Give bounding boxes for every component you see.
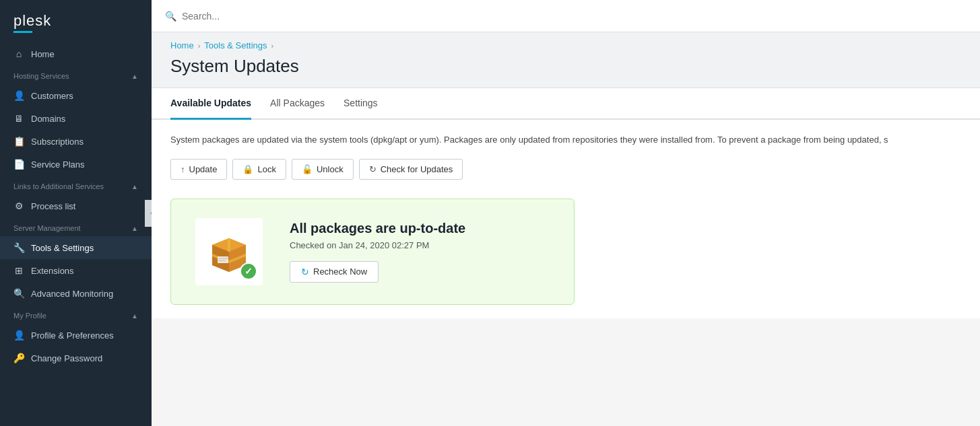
sidebar-section-my-profile[interactable]: My Profile ▲ (0, 305, 152, 324)
sidebar-item-domains[interactable]: 🖥 Domains (0, 107, 152, 130)
recheck-button[interactable]: ↻ Recheck Now (290, 261, 379, 283)
check-updates-button[interactable]: ↻ Check for Updates (359, 159, 463, 180)
sidebar-section-hosting-services[interactable]: Hosting Services ▲ (0, 65, 152, 84)
page-title: System Updates (170, 56, 961, 77)
sidebar-item-change-password[interactable]: 🔑 Change Password (0, 347, 152, 369)
sidebar-item-subscriptions-label: Subscriptions (31, 137, 84, 147)
recheck-icon: ↻ (301, 267, 309, 277)
unlock-button[interactable]: 🔓 Unlock (292, 159, 354, 180)
breadcrumb: Home › Tools & Settings › (170, 40, 961, 50)
update-icon: ↑ (181, 164, 185, 174)
content-area: Home › Tools & Settings › System Updates… (152, 32, 980, 426)
sidebar-section-server-management[interactable]: Server Management ▲ (0, 217, 152, 236)
breadcrumb-sep-1: › (198, 42, 201, 50)
advanced-monitoring-icon: 🔍 (13, 288, 24, 299)
check-updates-icon: ↻ (369, 164, 377, 174)
change-password-icon: 🔑 (13, 353, 24, 363)
status-info: All packages are up-to-date Checked on J… (290, 221, 550, 283)
chevron-up-icon: ▲ (131, 73, 138, 80)
sidebar-item-service-plans-label: Service Plans (31, 159, 84, 170)
sidebar-item-subscriptions[interactable]: 📋 Subscriptions (0, 130, 152, 153)
main-area: 🔍 Home › Tools & Settings › System Updat… (152, 0, 980, 426)
tab-all-packages[interactable]: All Packages (270, 88, 325, 120)
chevron-up-icon-server: ▲ (131, 225, 138, 232)
chevron-up-icon-profile: ▲ (131, 312, 138, 320)
sidebar-item-tools-settings[interactable]: 🔧 Tools & Settings (0, 236, 152, 259)
svg-marker-5 (228, 238, 230, 252)
breadcrumb-home[interactable]: Home (170, 40, 194, 50)
check-overlay: ✓ (240, 262, 257, 280)
lock-icon: 🔒 (242, 164, 253, 174)
chevron-up-icon-links: ▲ (131, 183, 138, 190)
sidebar-item-profile-preferences[interactable]: 👤 Profile & Preferences (0, 324, 152, 347)
sidebar-item-customers-label: Customers (31, 91, 73, 101)
tabs-bar: Available Updates All Packages Settings (152, 88, 980, 120)
topbar: 🔍 (152, 0, 980, 32)
status-subtitle: Checked on Jan 24, 2020 02:27 PM (290, 240, 550, 250)
sidebar-item-process-list[interactable]: ⚙ Process list (0, 194, 152, 217)
sidebar: plesk ⌂ Home Hosting Services ▲ 👤 Custom… (0, 0, 152, 426)
sidebar-item-home[interactable]: ⌂ Home (0, 42, 152, 65)
unlock-icon: 🔓 (302, 164, 313, 174)
sidebar-collapse-handle[interactable]: ‹ (145, 200, 152, 227)
profile-preferences-icon: 👤 (13, 330, 24, 341)
customers-icon: 👤 (13, 90, 24, 101)
sidebar-item-extensions[interactable]: ⊞ Extensions (0, 259, 152, 282)
home-icon: ⌂ (13, 48, 24, 59)
logo-area: plesk (0, 0, 152, 42)
status-card: ✓ All packages are up-to-date Checked on… (170, 199, 575, 305)
info-text: System packages are updated via the syst… (170, 133, 961, 147)
sidebar-section-links[interactable]: Links to Additional Services ▲ (0, 176, 152, 194)
search-input[interactable] (182, 11, 384, 22)
sidebar-item-customers[interactable]: 👤 Customers (0, 84, 152, 107)
sidebar-item-change-password-label: Change Password (31, 353, 102, 363)
page-header: Home › Tools & Settings › System Updates (152, 32, 980, 88)
package-icon-wrap: ✓ (195, 218, 263, 285)
sidebar-item-service-plans[interactable]: 📄 Service Plans (0, 153, 152, 176)
page-content: System packages are updated via the syst… (152, 120, 980, 318)
tab-settings[interactable]: Settings (344, 88, 378, 120)
lock-button[interactable]: 🔒 Lock (232, 159, 286, 180)
sidebar-item-home-label: Home (31, 49, 55, 59)
domains-icon: 🖥 (13, 113, 24, 124)
logo-text: plesk (13, 12, 51, 30)
sidebar-item-process-list-label: Process list (31, 201, 75, 211)
breadcrumb-tools-settings[interactable]: Tools & Settings (204, 40, 267, 50)
sidebar-item-profile-preferences-label: Profile & Preferences (31, 330, 114, 341)
sidebar-item-advanced-monitoring[interactable]: 🔍 Advanced Monitoring (0, 282, 152, 305)
tools-settings-icon: 🔧 (13, 242, 24, 253)
svg-rect-6 (218, 256, 228, 263)
sidebar-item-advanced-monitoring-label: Advanced Monitoring (31, 289, 113, 299)
subscriptions-icon: 📋 (13, 136, 24, 147)
logo-bar (13, 31, 32, 33)
tab-available-updates[interactable]: Available Updates (170, 88, 251, 120)
process-list-icon: ⚙ (13, 201, 24, 211)
action-buttons: ↑ Update 🔒 Lock 🔓 Unlock ↻ Check for Upd… (170, 159, 961, 180)
sidebar-item-tools-settings-label: Tools & Settings (31, 243, 94, 253)
search-icon: 🔍 (165, 11, 176, 22)
breadcrumb-sep-2: › (271, 42, 274, 50)
service-plans-icon: 📄 (13, 159, 24, 170)
sidebar-item-extensions-label: Extensions (31, 266, 74, 276)
sidebar-item-domains-label: Domains (31, 114, 65, 124)
update-button[interactable]: ↑ Update (170, 159, 227, 180)
status-title: All packages are up-to-date (290, 221, 550, 236)
extensions-icon: ⊞ (13, 265, 24, 276)
